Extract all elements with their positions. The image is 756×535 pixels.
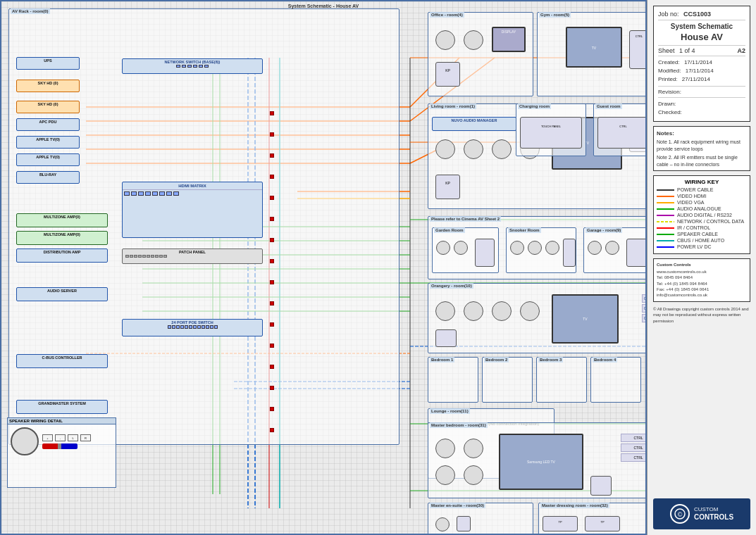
snooker-label: Snooker Room xyxy=(508,227,541,233)
office-speaker-2 xyxy=(464,30,483,50)
sky-hd-1: SKY HD (0) xyxy=(16,80,80,92)
audio-digital-line xyxy=(657,215,674,216)
living-room-label: Living room - room(1) xyxy=(430,103,476,109)
company-email: info@customcontrols.co.uk xyxy=(657,292,747,298)
bedroom3-zone: Bedroom 3 xyxy=(536,357,587,403)
bedroom2-label: Bedroom 2 xyxy=(484,357,509,363)
living-speaker-2 xyxy=(464,139,483,159)
dates-block: Created: 17/11/2014 Modified: 17/11/2014… xyxy=(658,58,745,87)
living-audio-manager: NUVO AUDIO MANAGER xyxy=(432,117,516,131)
snooker-speaker-2 xyxy=(528,241,542,255)
games-room-zone: Garden Room xyxy=(432,227,499,273)
connector-16 xyxy=(270,428,274,432)
living-speaker-1 xyxy=(435,139,455,159)
company-tel2: Tel: +44 (0) 1845 094 8464 xyxy=(657,281,747,287)
ups-unit: UPS xyxy=(16,57,80,70)
copyright-text: © All Drawings copyright custom controls… xyxy=(653,307,749,323)
speaker-line xyxy=(657,234,674,235)
key-audio-analogue: AUDIO ANALOGUE xyxy=(657,206,747,211)
master-tv: Samsung LED TV xyxy=(499,434,583,490)
master-keypad xyxy=(590,476,612,496)
snooker-speaker-3 xyxy=(545,241,559,255)
multizone-amp-1: MULTIZONE AMP(0) xyxy=(16,213,108,227)
network-switch-top: NETWORK SWITCH (BASE(8)) xyxy=(122,58,263,74)
multizone-amp-2: MULTIZONE AMP(0) xyxy=(16,231,108,245)
master-bedroom-label: Master bedroom - room(31) xyxy=(430,422,488,428)
doc-title: House AV xyxy=(658,32,745,42)
hdmi-matrix: HDMI MATRIX xyxy=(122,182,263,238)
power-lv-label: POWER LV DC xyxy=(677,244,712,249)
dressing-label: Master dressing room - room(32) xyxy=(540,503,609,508)
gym-label: Gym - room(5) xyxy=(539,12,571,18)
patch-panel: PATCH PANEL xyxy=(122,248,263,264)
garage-speaker-2 xyxy=(605,241,619,255)
office-screen: DISPLAY xyxy=(492,27,526,52)
job-label: Job no: xyxy=(658,11,679,18)
network-switch-24: 24 PORT POE SWITCH xyxy=(122,319,263,336)
sheet-info: Sheet 1 of 4 A2 xyxy=(658,45,745,56)
company-name: Custom Controls xyxy=(657,262,747,268)
connector-4 xyxy=(270,175,274,179)
power-lv-line xyxy=(657,246,674,248)
master-speaker-4 xyxy=(464,465,483,485)
schematic-area[interactable]: AV Rack - room(0) NETWORK SWITCH (BASE(8… xyxy=(0,0,647,535)
cbus-label: CBUS / HOME AUTO xyxy=(677,238,724,243)
office-speaker-1 xyxy=(435,30,455,50)
living-keypad: KP xyxy=(435,175,460,199)
vga-line xyxy=(657,202,674,203)
company-website: www.customcontrols.co.uk xyxy=(657,269,747,275)
key-speaker: SPEAKER CABLE xyxy=(657,232,747,237)
gym-screen: TV xyxy=(566,27,622,68)
connector-7 xyxy=(270,238,274,242)
bedrooms-row: Bedroom 1 Bedroom 2 Bedroom 3 Bedroom 4 xyxy=(428,357,641,403)
key-vga: VIDEO VGA xyxy=(657,200,747,205)
right-panel: Job no: CCS1003 System Schematic House A… xyxy=(647,0,756,535)
orangery-speaker-4 xyxy=(520,301,540,321)
av-rack-zone: AV Rack - room(0) NETWORK SWITCH (BASE(8… xyxy=(8,8,399,445)
playroom-label: Please refer to Cinema AV Sheet 2 xyxy=(430,216,501,222)
sky-hd-2: SKY HD (0) xyxy=(16,101,80,113)
office-label: Office - room(4) xyxy=(430,12,464,18)
connector-10 xyxy=(270,301,274,306)
schematic-title-text: System Schematic - House AV xyxy=(288,4,359,8)
master-bedroom-zone: Master bedroom - room(31) Samsung LED TV… xyxy=(428,422,647,498)
games-room-label: Garden Room xyxy=(434,227,465,233)
logo-text: CUSTOM CONTROLS xyxy=(694,506,733,522)
note-2: Note 2. All IR emitters must be single c… xyxy=(657,154,747,168)
games-ctrl xyxy=(475,239,495,267)
power-line xyxy=(657,189,674,191)
connector-3 xyxy=(270,153,274,158)
charging-label: Charging room xyxy=(518,103,551,109)
orangery-speaker-2 xyxy=(464,301,483,321)
key-ir: IR / CONTROL xyxy=(657,225,747,230)
connector-5 xyxy=(270,196,274,200)
av-rack-label: AV Rack - room(0) xyxy=(11,8,50,14)
wiring-key-block: WIRING KEY POWER CABLE VIDEO HDMI VIDEO … xyxy=(653,175,750,254)
speaker-wiring-title: SPEAKER WIRING DETAIL xyxy=(8,418,116,424)
key-network: NETWORK / CONTROL DATA xyxy=(657,219,747,224)
audio-server: AUDIO SERVER xyxy=(16,287,108,301)
sheet-label: Sheet 1 of 4 xyxy=(658,47,698,54)
connector-2 xyxy=(270,132,274,137)
sheet-ref: A2 xyxy=(737,47,745,54)
playroom-zone: Please refer to Cinema AV Sheet 2 Garden… xyxy=(428,216,647,279)
garage-label: Garage - room(9) xyxy=(585,227,622,233)
connector-6 xyxy=(270,217,274,221)
ir-label: IR / CONTROL xyxy=(677,225,710,230)
cbus-controller: C-BUS CONTROLLER xyxy=(16,354,108,368)
master-speaker-2 xyxy=(464,439,483,458)
bedroom1-zone: Bedroom 1 xyxy=(428,357,478,403)
connector-11 xyxy=(270,322,274,327)
office-keypad: KP xyxy=(435,62,460,87)
drawn-checked-block: Drawn: Checked: xyxy=(658,100,745,117)
connector-13 xyxy=(270,365,274,369)
company-tel: Tel: 0845 094 8464 xyxy=(657,275,747,280)
orangery-speaker-1 xyxy=(435,301,455,321)
guest-panel: CTRL xyxy=(597,117,647,149)
power-label: POWER CABLE xyxy=(677,187,713,192)
office-zone: Office - room(4) DISPLAY KP xyxy=(428,12,533,96)
garage-speaker-1 xyxy=(588,241,602,255)
doc-type: System Schematic xyxy=(658,23,745,30)
schematic-background: AV Rack - room(0) NETWORK SWITCH (BASE(8… xyxy=(1,1,645,534)
main-container: AV Rack - room(0) NETWORK SWITCH (BASE(8… xyxy=(0,0,756,535)
